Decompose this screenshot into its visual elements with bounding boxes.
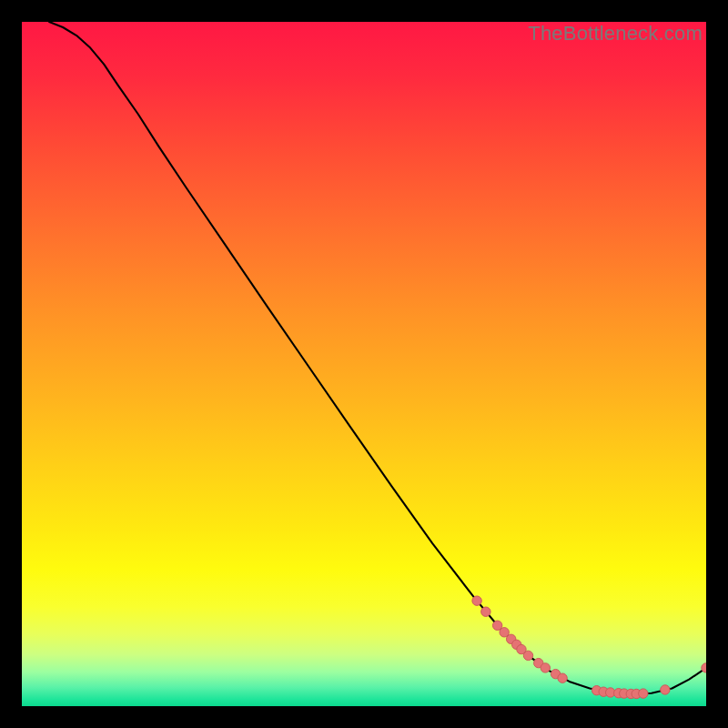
data-marker [472,596,481,605]
curve-overlay [22,22,706,706]
data-marker [661,685,670,694]
plot-area: TheBottleneck.com [22,22,706,706]
bottleneck-curve [49,22,706,693]
data-marker [558,673,567,682]
watermark-text: TheBottleneck.com [528,22,703,46]
data-marker [481,607,490,616]
data-marker [639,689,648,698]
data-marker [541,663,550,672]
chart-frame: TheBottleneck.com [0,0,728,728]
marker-cluster-upper [472,596,567,682]
data-marker [523,651,532,660]
